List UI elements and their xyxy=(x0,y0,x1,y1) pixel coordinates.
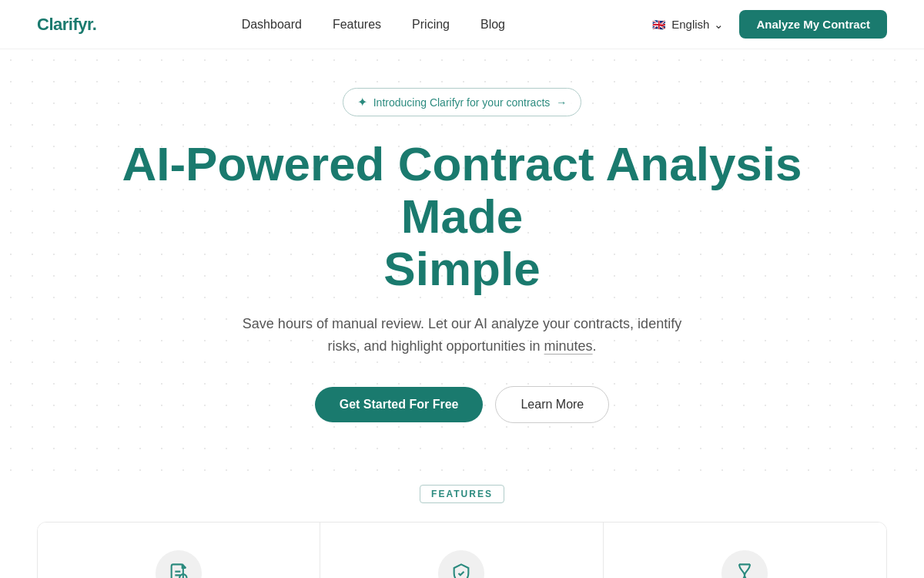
minutes-text: minutes xyxy=(544,338,593,354)
hourglass-icon xyxy=(734,563,755,578)
arrow-icon: → xyxy=(556,96,567,109)
analyze-contract-button[interactable]: Analyze My Contract xyxy=(739,10,887,39)
nav-right: 🇬🇧 English ⌄ Analyze My Contract xyxy=(650,10,887,39)
feature-card-risk: Risk Identification xyxy=(320,523,603,578)
features-section: FEATURES AI-powered Analysis xyxy=(0,485,924,578)
logo: Clarifyr. xyxy=(37,15,96,35)
nav-blog[interactable]: Blog xyxy=(480,18,505,31)
hero-section: ✦ Introducing Clarifyr for your contract… xyxy=(0,49,924,485)
nav-dashboard[interactable]: Dashboard xyxy=(242,18,302,31)
hero-title: AI-Powered Contract Analysis Made Simple xyxy=(116,138,808,296)
spark-icon: ✦ xyxy=(357,95,367,109)
risk-icon-circle xyxy=(438,550,484,578)
nav-pricing[interactable]: Pricing xyxy=(412,18,450,31)
negotiation-icon-circle xyxy=(721,550,768,578)
badge-text: Introducing Clarifyr for your contracts xyxy=(373,96,551,109)
nav-features[interactable]: Features xyxy=(333,18,381,31)
hero-buttons: Get Started For Free Learn More xyxy=(315,386,610,423)
feature-card-negotiation: Streamlined Negotiation xyxy=(604,523,886,578)
shield-icon xyxy=(450,563,472,578)
hero-title-line2: Simple xyxy=(383,242,540,295)
learn-more-button[interactable]: Learn More xyxy=(495,386,609,423)
features-label: FEATURES xyxy=(37,485,887,503)
intro-badge[interactable]: ✦ Introducing Clarifyr for your contract… xyxy=(343,88,582,116)
analysis-icon-circle xyxy=(156,550,202,578)
hero-subtitle: Save hours of manual review. Let our AI … xyxy=(231,313,693,358)
nav-links: Dashboard Features Pricing Blog xyxy=(242,18,505,32)
features-grid: AI-powered Analysis Risk Identification xyxy=(37,522,887,578)
feature-card-analysis: AI-powered Analysis xyxy=(38,523,320,578)
features-badge: FEATURES xyxy=(420,485,504,503)
get-started-button[interactable]: Get Started For Free xyxy=(315,387,484,422)
document-icon xyxy=(168,563,189,578)
navbar: Clarifyr. Dashboard Features Pricing Blo… xyxy=(0,0,924,49)
language-label: English xyxy=(671,18,709,31)
chevron-down-icon: ⌄ xyxy=(714,18,724,32)
flag-icon: 🇬🇧 xyxy=(650,18,667,31)
hero-title-line1: AI-Powered Contract Analysis Made xyxy=(122,137,802,243)
language-selector[interactable]: 🇬🇧 English ⌄ xyxy=(650,18,724,32)
